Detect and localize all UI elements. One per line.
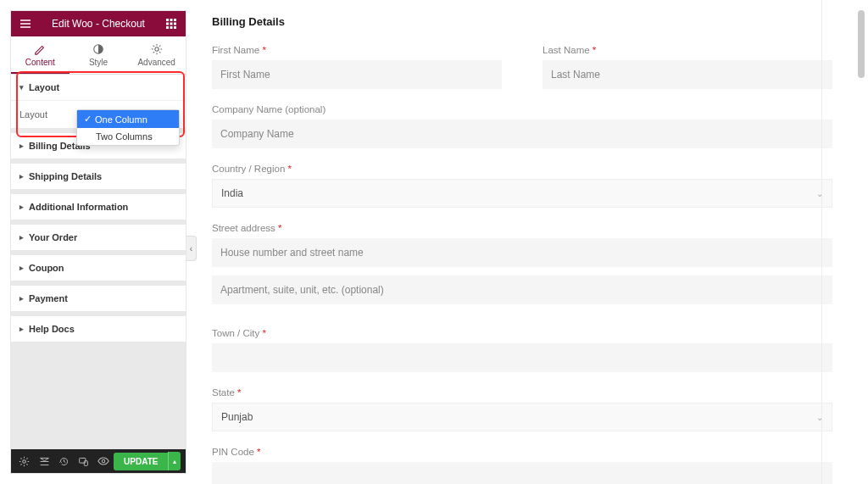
- chevron-down-icon: ▾: [19, 83, 24, 92]
- svg-rect-0: [166, 19, 169, 21]
- panel-tabs: Content Style Advanced: [11, 36, 186, 75]
- required-asterisk: *: [593, 45, 596, 55]
- tab-content-label: Content: [25, 58, 55, 67]
- state-value: Punjab: [221, 411, 253, 423]
- tab-style-label: Style: [89, 58, 108, 67]
- tab-style[interactable]: Style: [70, 36, 128, 74]
- history-icon[interactable]: [54, 449, 74, 473]
- section-shipping: ▸ Shipping Details: [11, 164, 186, 189]
- panel-sections: ▾ Layout Layout ✓ One Column: [11, 75, 186, 449]
- settings-icon[interactable]: [14, 449, 34, 473]
- section-layout-body: Layout ✓ One Column Two Columns: [11, 100, 186, 128]
- tab-content[interactable]: Content: [11, 36, 70, 74]
- hamburger-icon[interactable]: [18, 16, 33, 31]
- responsive-icon[interactable]: [74, 449, 93, 473]
- town-input[interactable]: [212, 343, 832, 372]
- street-label: Street address *: [212, 223, 832, 233]
- svg-rect-4: [170, 23, 173, 25]
- panel-collapse-handle[interactable]: ‹: [186, 236, 197, 261]
- first-name-input[interactable]: [212, 60, 502, 89]
- update-button[interactable]: UPDATE: [114, 453, 168, 470]
- scrollbar-thumb[interactable]: [858, 10, 865, 78]
- section-shipping-label: Shipping Details: [29, 171, 102, 181]
- panel-title: Edit Woo - Checkout: [33, 18, 164, 30]
- last-name-input[interactable]: [542, 60, 832, 89]
- required-asterisk: *: [237, 387, 241, 398]
- required-asterisk: *: [262, 328, 265, 338]
- chevron-right-icon: ▸: [19, 294, 24, 303]
- chevron-right-icon: ▸: [19, 325, 24, 333]
- update-dropdown-toggle[interactable]: ▴: [168, 452, 181, 470]
- town-label: Town / City *: [212, 328, 832, 338]
- tab-advanced[interactable]: Advanced: [127, 36, 186, 74]
- street2-input[interactable]: [212, 275, 832, 304]
- pin-label: PIN Code *: [212, 447, 832, 457]
- required-asterisk: *: [288, 164, 292, 174]
- svg-rect-5: [174, 23, 176, 25]
- svg-rect-7: [170, 26, 173, 29]
- state-label: State *: [212, 387, 832, 398]
- svg-rect-8: [174, 26, 176, 29]
- required-asterisk: *: [262, 45, 265, 55]
- section-layout-label: Layout: [29, 82, 59, 92]
- section-coupon-label: Coupon: [29, 263, 64, 273]
- layout-option-label: One Column: [95, 114, 147, 125]
- svg-point-11: [23, 459, 26, 463]
- section-order-header[interactable]: ▸ Your Order: [11, 225, 186, 250]
- section-additional-label: Additional Information: [29, 202, 128, 212]
- navigator-icon[interactable]: [34, 449, 53, 473]
- layout-option-label: Two Columns: [96, 131, 153, 142]
- street1-input[interactable]: [212, 238, 832, 267]
- check-icon: ✓: [84, 114, 92, 125]
- chevron-right-icon: ▸: [19, 172, 24, 181]
- last-name-label: Last Name *: [542, 45, 832, 55]
- chevron-right-icon: ▸: [19, 142, 24, 150]
- section-help-header[interactable]: ▸ Help Docs: [11, 316, 186, 342]
- section-payment-label: Payment: [29, 293, 68, 303]
- section-layout-header[interactable]: ▾ Layout: [11, 75, 186, 100]
- svg-rect-2: [174, 19, 176, 21]
- section-additional-header[interactable]: ▸ Additional Information: [11, 194, 186, 220]
- panel-header: Edit Woo - Checkout: [11, 11, 186, 36]
- editor-panel: Edit Woo - Checkout Content Style Advanc…: [10, 10, 186, 474]
- chevron-right-icon: ▸: [19, 203, 24, 211]
- layout-control-label: Layout: [19, 109, 79, 120]
- svg-rect-3: [166, 23, 169, 25]
- chevron-right-icon: ▸: [19, 264, 24, 272]
- section-help-label: Help Docs: [29, 324, 75, 334]
- country-select[interactable]: India ⌄: [212, 179, 832, 208]
- company-input[interactable]: [212, 120, 832, 148]
- pin-input[interactable]: [212, 462, 832, 484]
- section-payment: ▸ Payment: [11, 286, 186, 311]
- section-help: ▸ Help Docs: [11, 316, 186, 342]
- country-label: Country / Region *: [212, 164, 832, 174]
- preview-icon[interactable]: [94, 449, 114, 473]
- svg-point-14: [103, 459, 106, 463]
- layout-dropdown: ✓ One Column Two Columns: [76, 109, 180, 146]
- country-value: India: [221, 187, 243, 199]
- section-order-label: Your Order: [29, 232, 77, 242]
- required-asterisk: *: [257, 447, 260, 457]
- billing-heading: Billing Details: [212, 15, 832, 28]
- chevron-right-icon: ▸: [19, 233, 24, 242]
- section-additional: ▸ Additional Information: [11, 194, 186, 220]
- section-order: ▸ Your Order: [11, 225, 186, 250]
- panel-footer: UPDATE ▴: [11, 449, 186, 473]
- layout-option-two-columns[interactable]: Two Columns: [77, 128, 179, 145]
- section-coupon: ▸ Coupon: [11, 255, 186, 281]
- section-shipping-header[interactable]: ▸ Shipping Details: [11, 164, 186, 189]
- first-name-label: First Name *: [212, 45, 502, 55]
- svg-rect-6: [166, 26, 169, 29]
- section-coupon-header[interactable]: ▸ Coupon: [11, 255, 186, 281]
- state-select[interactable]: Punjab ⌄: [212, 403, 832, 431]
- company-label: Company Name (optional): [212, 104, 832, 114]
- apps-grid-icon[interactable]: [164, 16, 179, 31]
- svg-rect-1: [170, 19, 173, 21]
- required-asterisk: *: [278, 223, 281, 233]
- tab-advanced-label: Advanced: [137, 58, 175, 67]
- svg-point-10: [154, 47, 158, 51]
- section-layout: ▾ Layout Layout ✓ One Column: [11, 75, 186, 128]
- section-payment-header[interactable]: ▸ Payment: [11, 286, 186, 311]
- layout-option-one-column[interactable]: ✓ One Column: [77, 110, 179, 128]
- preview-canvas: Billing Details First Name * Last Name *…: [197, 0, 841, 484]
